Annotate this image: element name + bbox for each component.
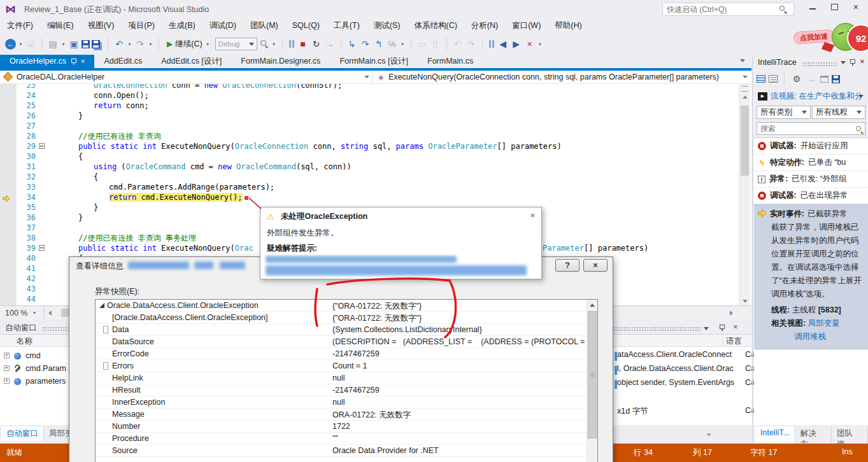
tab-pin-icon[interactable]: [71, 58, 76, 65]
thread-filter-dropdown[interactable]: 所有线程: [812, 106, 865, 119]
tab-AddEdit.cs[interactable]: AddEdit.cs: [94, 55, 152, 68]
clear-events-icon[interactable]: ×: [524, 38, 536, 50]
member-dropdown[interactable]: ExecuteNonQuery(OracleConnection conn, s…: [388, 73, 719, 81]
events-caret[interactable]: ▾: [537, 41, 543, 47]
dialog-scroll-up-icon[interactable]: [590, 304, 595, 307]
add-item-icon[interactable]: ▣: [68, 38, 80, 50]
snapshot-row[interactable]: InnerExceptionnull: [96, 396, 587, 409]
redo-caret[interactable]: ▾: [148, 41, 153, 47]
dialog-scroll-thumb[interactable]: [588, 311, 597, 438]
event-item[interactable]: 调试器: 已在出现异常: [754, 188, 868, 204]
event-item[interactable]: 调试器: 开始运行应用: [754, 138, 868, 155]
video-promo-row[interactable]: ▶ 流视频: 在生产中收集和分: [758, 90, 865, 102]
menu-item-12[interactable]: 窗口(W): [505, 18, 548, 33]
popup-close-icon[interactable]: ×: [530, 211, 535, 220]
tab-FormMain.cs-[interactable]: FormMain.cs [设计]: [330, 55, 418, 68]
tab-FormMain.Designer.cs[interactable]: FormMain.Designer.cs: [231, 55, 330, 68]
step-into-icon[interactable]: ↳: [346, 38, 358, 50]
snapshot-row[interactable]: ErrorCode-2147467259: [96, 348, 587, 360]
save-icon[interactable]: [82, 40, 90, 48]
scroll-down-icon[interactable]: [743, 300, 748, 303]
tree-collapsed-icon[interactable]: [104, 363, 108, 369]
fold-collapse-icon[interactable]: [39, 245, 45, 251]
dialog-close-button[interactable]: ×: [583, 259, 608, 272]
snapshot-row[interactable]: ErrorsCount = 1: [96, 360, 587, 372]
debug-target-combo[interactable]: Debug: [215, 38, 257, 50]
menu-item-9[interactable]: 测试(S): [367, 18, 408, 33]
block-icon[interactable]: ▭: [416, 38, 428, 50]
snapshot-row[interactable]: Oracle.DataAccess.Client.OracleException…: [96, 300, 587, 312]
undo-icon[interactable]: ↶: [113, 38, 125, 50]
intellitrace-pin-icon[interactable]: [850, 59, 855, 66]
callstack-drag-handle[interactable]: [601, 326, 701, 332]
intellitrace-close-icon[interactable]: ×: [860, 57, 865, 66]
snapshot-row[interactable]: Procedure"": [96, 433, 587, 445]
tree-expand-icon[interactable]: +: [4, 365, 10, 371]
dialog-scrollbar[interactable]: [587, 300, 597, 462]
tree-expand-icon[interactable]: +: [4, 378, 10, 384]
restore-button[interactable]: [825, 0, 843, 14]
callstack-frame[interactable]: l, Oracle.DataAccess.Client.OracC#: [617, 364, 734, 377]
step-over-icon[interactable]: ↷: [360, 38, 371, 50]
find-caret[interactable]: ▾: [271, 41, 277, 47]
menu-item-5[interactable]: 调试(D): [203, 18, 243, 33]
snapshot-row[interactable]: DataSource(DESCRIPTION = (ADDRESS_LIST =…: [96, 336, 587, 348]
callstack-close-icon[interactable]: ×: [733, 322, 738, 332]
prev-event-icon[interactable]: ◀: [497, 38, 509, 50]
tab-OracleHelper.cs[interactable]: OracleHelper.cs×: [0, 55, 94, 68]
dialog-help-button[interactable]: ?: [555, 259, 580, 272]
category-filter-dropdown[interactable]: 所有类别: [757, 106, 811, 119]
event-item[interactable]: ϟ特定动作: 已单击 “bu: [754, 155, 868, 171]
scroll-right-icon[interactable]: [730, 311, 733, 316]
snapshot-row[interactable]: MessageORA-01722: 无效数字: [96, 409, 587, 421]
menu-item-0[interactable]: 文件(F): [0, 18, 40, 33]
minimize-button[interactable]: [804, 0, 822, 14]
undo-caret[interactable]: ▾: [127, 41, 132, 47]
new-file-caret[interactable]: ▾: [60, 41, 66, 47]
snapshot-row[interactable]: HelpLinknull: [96, 372, 587, 384]
snapshot-row[interactable]: Number1722: [96, 421, 587, 433]
vertical-scroll-thumb[interactable]: [741, 106, 749, 176]
scroll-up-icon[interactable]: [743, 95, 748, 99]
next-statement-icon[interactable]: →: [324, 38, 336, 50]
pause-events-icon[interactable]: [488, 40, 495, 48]
callstack-pin-icon[interactable]: [719, 324, 725, 331]
related-view-link[interactable]: 调用堆栈: [794, 332, 826, 341]
video-link[interactable]: 流视频: 在生产中收集和分: [771, 91, 862, 102]
menu-item-4[interactable]: 生成(B): [162, 18, 203, 33]
menu-item-7[interactable]: SQL(Q): [285, 18, 327, 33]
tab-AddEdit.cs-[interactable]: AddEdit.cs [设计]: [152, 55, 231, 68]
member-dropdown-caret-icon[interactable]: [743, 76, 748, 78]
nav-redo-icon[interactable]: ↷: [466, 38, 477, 50]
menu-item-1[interactable]: 编辑(E): [40, 18, 81, 33]
intellitrace-search-input[interactable]: [757, 123, 846, 134]
fold-collapse-icon[interactable]: [39, 143, 45, 149]
window-icon[interactable]: [820, 76, 829, 83]
callstack-frame[interactable]: ataAccess.Client.OracleConnectC#: [617, 350, 732, 363]
snapshot-row[interactable]: HResult-2147467259: [96, 384, 587, 396]
menu-item-2[interactable]: 视图(V): [81, 18, 122, 33]
live-event-item-selected[interactable]: 实时事件: 已截获异常截获了异常，调用堆栈已从发生异常时的用户代码位置展开至调用…: [754, 204, 868, 349]
nav-undo-icon[interactable]: ↶: [452, 38, 464, 50]
tab-overflow-caret-icon[interactable]: [740, 59, 745, 62]
next-event-icon[interactable]: ▶: [511, 38, 522, 50]
type-dropdown[interactable]: OracleDAL.OracleHelper: [17, 73, 104, 81]
nav-back-icon[interactable]: ←: [5, 39, 16, 50]
snapshot-row[interactable]: [Oracle.DataAccess.Client.OracleExceptio…: [96, 312, 587, 324]
save-log-icon[interactable]: [832, 75, 840, 83]
hex-icon[interactable]: ℅: [387, 38, 398, 50]
goto-event-icon[interactable]: →: [806, 73, 817, 85]
stop-icon[interactable]: ■: [297, 38, 309, 50]
intellitrace-menu-caret-icon[interactable]: [841, 61, 846, 64]
menu-item-3[interactable]: 项目(P): [121, 18, 162, 33]
language-column-header[interactable]: 语言: [722, 336, 742, 346]
redo-icon[interactable]: ↷: [134, 38, 146, 50]
video-caret-icon[interactable]: [858, 95, 864, 98]
tree-expand-icon[interactable]: +: [4, 353, 10, 358]
callstack-menu-caret-icon[interactable]: [704, 327, 709, 330]
close-button[interactable]: ×: [847, 0, 865, 14]
menu-item-6[interactable]: 团队(M): [243, 18, 285, 33]
nav-back-caret[interactable]: ▾: [18, 41, 24, 47]
related-view-link[interactable]: 局部变量: [808, 319, 840, 328]
calls-view-icon[interactable]: [769, 75, 778, 83]
